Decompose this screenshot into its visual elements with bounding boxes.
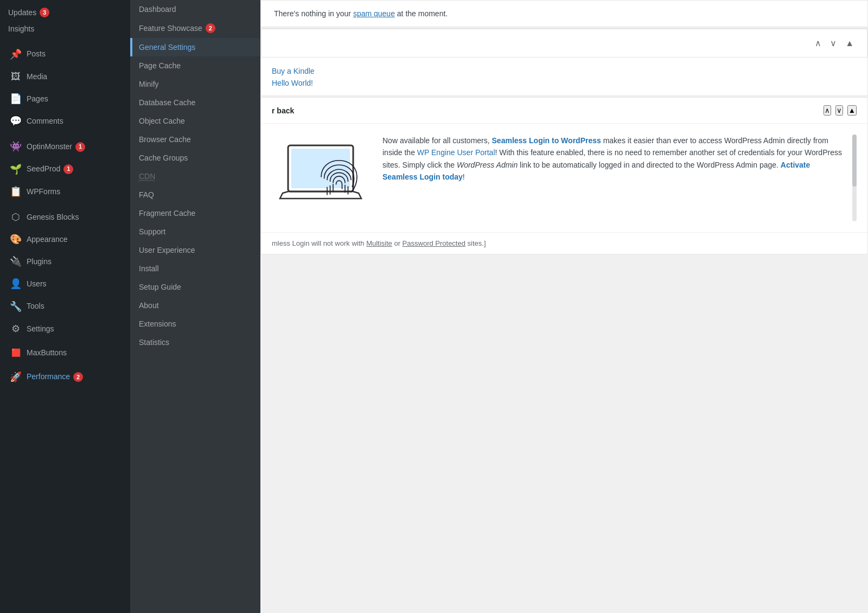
submenu-item-support[interactable]: Support: [130, 222, 260, 241]
updates-label: Updates: [8, 8, 36, 17]
performance-badge: 2: [73, 372, 83, 382]
submenu-item-database-cache[interactable]: Database Cache: [130, 93, 260, 112]
multisite-link[interactable]: Multisite: [366, 239, 392, 247]
feature-showcase-badge: 2: [206, 23, 215, 33]
submenu-item-minify[interactable]: Minify: [130, 75, 260, 93]
wp-admin-sidebar: Updates 3 Insights 📌 Posts 🖼 Media 📄 Pag…: [0, 0, 130, 613]
sidebar-item-wpforms[interactable]: 📋 WPForms: [0, 181, 130, 203]
updates-badge: 3: [40, 8, 49, 17]
wp-engine-portal-link[interactable]: WP Engine User Portal: [417, 148, 495, 157]
seamless-login-link[interactable]: Seamless Login to WordPress: [492, 136, 601, 145]
submenu-item-user-experience[interactable]: User Experience: [130, 241, 260, 259]
seedprod-icon: 🌱: [8, 163, 23, 176]
sidebar-item-appearance[interactable]: 🎨 Appearance: [0, 228, 130, 251]
seedprod-badge: 1: [63, 164, 73, 174]
users-icon: 👤: [8, 277, 23, 291]
sidebar-item-media[interactable]: 🖼 Media: [0, 66, 130, 88]
spam-notice-end: at the moment.: [395, 9, 448, 18]
panel-1-collapse-down[interactable]: ∨: [828, 37, 839, 49]
collapsible-header-1: ∧ ∨ ▲: [261, 29, 867, 58]
sidebar-item-posts[interactable]: 📌 Posts: [0, 43, 130, 66]
feature-minimize[interactable]: ▲: [847, 105, 857, 116]
submenu-item-dashboard[interactable]: Dashboard: [130, 0, 260, 18]
sidebar-item-users[interactable]: 👤 Users: [0, 273, 130, 295]
submenu-item-cdn[interactable]: CDN: [130, 167, 260, 186]
submenu-item-cache-groups[interactable]: Cache Groups: [130, 149, 260, 167]
spam-notice-text: There's nothing in your: [274, 9, 353, 18]
submenu-item-statistics[interactable]: Statistics: [130, 333, 260, 352]
submenu-item-general-settings[interactable]: General Settings: [130, 38, 260, 56]
sidebar-item-tools[interactable]: 🔧 Tools: [0, 296, 130, 318]
feature-collapse-down[interactable]: ∨: [835, 105, 843, 116]
media-icon: 🖼: [8, 70, 23, 84]
submenu-item-fragment-cache[interactable]: Fragment Cache: [130, 204, 260, 222]
feature-panel-controls: ∧ ∨ ▲: [824, 105, 857, 116]
sidebar-item-pages[interactable]: 📄 Pages: [0, 88, 130, 110]
panel-1-collapse-up[interactable]: ∧: [813, 37, 824, 49]
optinmonster-icon: 👾: [8, 140, 23, 154]
appearance-icon: 🎨: [8, 233, 23, 246]
plugins-icon: 🔌: [8, 255, 23, 269]
panel-1-minimize[interactable]: ▲: [843, 37, 856, 49]
feature-illustration: [272, 135, 369, 221]
sidebar-item-plugins[interactable]: 🔌 Plugins: [0, 251, 130, 273]
sidebar-item-settings[interactable]: ⚙ Settings: [0, 318, 130, 340]
updates-row[interactable]: Updates 3: [0, 5, 130, 20]
svg-rect-1: [291, 149, 350, 188]
feature-panel-title: r back: [272, 106, 294, 115]
collapsible-panel-1: ∧ ∨ ▲ Buy a Kindle Hello World!: [260, 28, 868, 96]
sidebar-item-genesis-blocks[interactable]: ⬡ Genesis Blocks: [0, 206, 130, 228]
submenu-item-object-cache[interactable]: Object Cache: [130, 112, 260, 130]
activate-seamless-link[interactable]: Activate Seamless Login today: [382, 161, 810, 181]
spam-notice-panel: There's nothing in your spam queue at th…: [260, 0, 868, 27]
insights-label: Insights: [8, 24, 34, 35]
submenu-item-extensions[interactable]: Extensions: [130, 315, 260, 333]
submenu-item-page-cache[interactable]: Page Cache: [130, 56, 260, 75]
submenu-item-about[interactable]: About: [130, 296, 260, 315]
feature-text: Now available for all customers, Seamles…: [382, 135, 857, 221]
tools-icon: 🔧: [8, 300, 23, 314]
performance-icon: 🚀: [8, 371, 23, 384]
genesis-icon: ⬡: [8, 210, 23, 224]
posts-icon: 📌: [8, 48, 23, 61]
sidebar-item-insights[interactable]: Insights: [0, 20, 130, 39]
feature-panel: r back ∧ ∨ ▲: [260, 97, 868, 254]
wpforms-icon: 📋: [8, 185, 23, 199]
link-list: Buy a Kindle Hello World!: [261, 59, 867, 95]
submenu-item-install[interactable]: Install: [130, 259, 260, 278]
sidebar-item-optinmonster[interactable]: 👾 OptinMonster 1: [0, 136, 130, 158]
submenu-item-browser-cache[interactable]: Browser Cache: [130, 130, 260, 149]
feature-text-content: Now available for all customers, Seamles…: [382, 135, 846, 183]
submenu-item-setup-guide[interactable]: Setup Guide: [130, 278, 260, 296]
maxbuttons-icon: 🟥: [8, 348, 23, 359]
feature-collapse-up[interactable]: ∧: [824, 105, 831, 116]
panel-1-controls: ∧ ∨ ▲: [813, 37, 856, 49]
sidebar-item-maxbuttons[interactable]: 🟥 MaxButtons: [0, 343, 130, 363]
feature-body: Now available for all customers, Seamles…: [261, 124, 867, 232]
sidebar-item-seedprod[interactable]: 🌱 SeedProd 1: [0, 158, 130, 181]
feature-header: r back ∧ ∨ ▲: [261, 98, 867, 124]
sidebar-item-comments[interactable]: 💬 Comments: [0, 110, 130, 132]
submenu-item-feature-showcase[interactable]: Feature Showcase 2: [130, 18, 260, 38]
comments-icon: 💬: [8, 114, 23, 128]
pages-icon: 📄: [8, 92, 23, 106]
submenu-item-faq[interactable]: FAQ: [130, 186, 260, 204]
scrollbar-thumb[interactable]: [852, 135, 857, 187]
password-protected-link[interactable]: Password Protected: [403, 239, 465, 247]
laptop-fingerprint-svg: [277, 135, 364, 221]
scrollbar-track: [852, 135, 857, 221]
optinmonster-badge: 1: [75, 142, 85, 152]
link-hello-world[interactable]: Hello World!: [272, 77, 857, 89]
settings-icon: ⚙: [8, 322, 23, 336]
sidebar-item-performance[interactable]: 🚀 Performance 2: [0, 366, 130, 388]
feature-footer-note: mless Login will not work with Multisite…: [261, 232, 867, 254]
spam-queue-link[interactable]: spam queue: [353, 9, 395, 18]
main-content: There's nothing in your spam queue at th…: [260, 0, 868, 613]
submenu-panel: Dashboard Feature Showcase 2 General Set…: [130, 0, 260, 613]
link-buy-kindle[interactable]: Buy a Kindle: [272, 65, 857, 77]
